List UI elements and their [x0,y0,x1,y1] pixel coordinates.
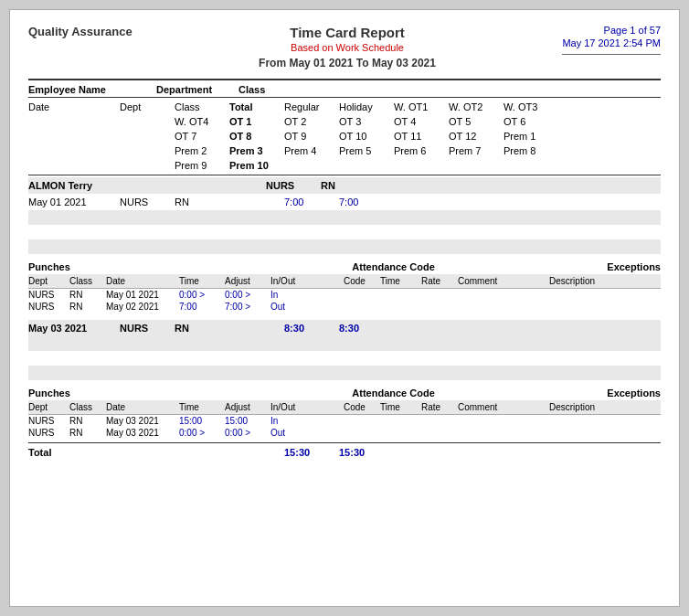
sub-row-2: W. OT4 OT 1 OT 2 OT 3 OT 4 OT 5 OT 6 [28,114,661,129]
ph-time-1: Time [179,276,225,286]
pr3-adjust: 15:00 [225,416,270,426]
sh-prem4: Prem 4 [284,145,339,156]
entry1-dept: NURS [120,196,175,207]
sh-prem2: Prem 2 [175,145,229,156]
page-info: Page 1 of 57 May 17 2021 2:54 PM [562,25,661,55]
pr1-inout: In [270,290,307,300]
entry2-total: 8:30 [284,323,339,334]
sh-holiday: Holiday [339,101,394,112]
ph2-atime: Time [380,402,421,412]
sh-prem5: Prem 5 [339,145,394,156]
entry2-regular: 8:30 [339,323,394,334]
attendance-label-2: Attendance Code [352,388,434,398]
punch-row-2-1: NURS RN May 03 2021 15:00 15:00 In [28,415,661,427]
pr1-date: May 01 2021 [106,290,179,300]
entry2-class: RN [175,323,229,334]
blank-row-1b [28,225,661,239]
sh-prem10: Prem 10 [229,160,284,171]
ph-rate-1: Rate [421,276,458,286]
ph2-code: Code [344,402,380,412]
header: Quality Assurance Time Card Report Based… [28,25,661,69]
entry2-dept: NURS [120,323,175,334]
ph-gap2-1 [531,276,549,286]
pr2-date: May 02 2021 [106,302,179,312]
entry2-employee-row: May 03 2021 NURS RN 8:30 8:30 [28,320,661,336]
pr4-inout: Out [270,428,307,438]
sh-prem9: Prem 9 [175,160,229,171]
sh-ot4: OT 4 [394,116,449,127]
punch-header-1: Dept Class Date Time Adjust In/Out Code … [28,274,661,289]
ph2-comment: Comment [458,402,531,412]
sh-total: Total [229,101,284,112]
attendance-label-1: Attendance Code [352,261,434,272]
blank-row-2b [28,351,661,366]
sh-ot10: OT 10 [339,131,394,142]
page-number: Page 1 of 57 [562,25,661,36]
ph-class-1: Class [69,276,106,286]
punch-row-1-1: NURS RN May 01 2021 0:00 > 0:00 > In [28,289,661,301]
ph-inout-1: In/Out [270,276,307,286]
ph2-adjust: Adjust [225,402,270,412]
ph2-gap [307,402,344,412]
ph2-gap2 [531,402,549,412]
pr2-dept: NURS [28,302,69,312]
total-value: 15:30 [284,447,339,458]
page: Quality Assurance Time Card Report Based… [9,9,680,607]
pr2-adjust: 7:00 > [225,302,270,312]
ph2-class: Class [69,402,106,412]
pr2-class: RN [69,302,106,312]
date-range: From May 01 2021 To May 03 2021 [132,57,563,69]
pr4-date: May 03 2021 [106,428,179,438]
pr1-adjust: 0:00 > [225,290,270,300]
sub-row-4: Prem 2 Prem 3 Prem 4 Prem 5 Prem 6 Prem … [28,143,661,158]
sh-ot6: OT 6 [504,116,558,127]
punches-header-bar-2: Punches Attendance Code Exceptions [28,386,661,400]
sh-regular: Regular [284,101,339,112]
pr4-time: 0:00 > [179,428,225,438]
ph2-date: Date [106,402,179,412]
punches-header-bar: Punches Attendance Code Exceptions [28,260,661,274]
ph2-desc: Description [549,402,622,412]
blank-row-2a [28,336,661,351]
pr1-dept: NURS [28,290,69,300]
pr4-adjust: 0:00 > [225,428,270,438]
pr4-dept: NURS [28,428,69,438]
ph-atime-1: Time [380,276,421,286]
ph2-rate: Rate [421,402,458,412]
exceptions-label-1: Exceptions [607,261,661,272]
sh-wot1: W. OT1 [394,101,449,112]
pr3-inout: In [270,416,307,426]
ph-dept-1: Dept [28,276,69,286]
ph-comment-1: Comment [458,276,531,286]
col-department: Department [156,84,238,95]
sh-prem3: Prem 3 [229,145,284,156]
report-subtitle: Based on Work Schedule [132,42,563,53]
exceptions-label-2: Exceptions [607,388,661,398]
entry1-regular: 7:00 [339,196,394,207]
sh-class: Class [175,101,229,112]
sub-row-3: OT 7 OT 8 OT 9 OT 10 OT 11 OT 12 Prem 1 [28,129,661,143]
sub-row-5: Prem 9 Prem 10 [28,158,661,173]
entry1-class: RN [175,196,229,207]
sh-ot9: OT 9 [284,131,339,142]
sh-dept: Dept [120,101,175,112]
sh-ot12: OT 12 [449,131,504,142]
entry1-date: May 01 2021 [28,196,120,207]
report-header: Time Card Report Based on Work Schedule … [132,25,563,69]
sub-headers: Date Dept Class Total Regular Holiday W.… [28,98,661,175]
punch-row-1-2: NURS RN May 02 2021 7:00 7:00 > Out [28,301,661,313]
employee-dept: NURS [266,180,321,191]
ph-desc-1: Description [549,276,622,286]
punches-label-2: Punches [28,388,70,398]
sh-ot1: OT 1 [229,116,284,127]
sh-ot7: OT 7 [175,131,229,142]
employee-row: ALMON Terry NURS RN [28,177,661,194]
pr1-class: RN [69,290,106,300]
blank-row-2c [28,366,661,380]
pr2-time: 7:00 [179,302,225,312]
pr4-class: RN [69,428,106,438]
sh-prem1: Prem 1 [504,131,558,142]
pr3-date: May 03 2021 [106,416,179,426]
ph-adjust-1: Adjust [225,276,270,286]
entry1-row: May 01 2021 NURS RN 7:00 7:00 [28,194,661,210]
